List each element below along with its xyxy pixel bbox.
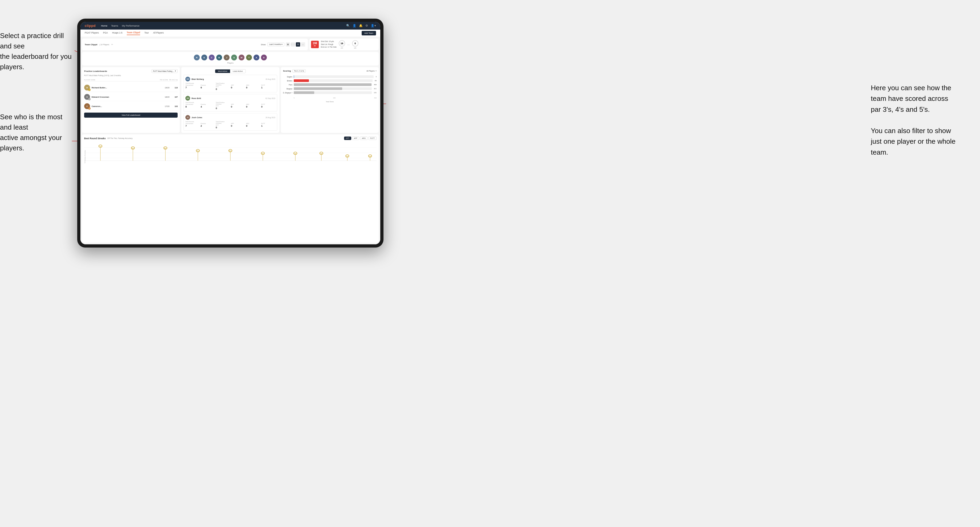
view-leaderboard-button[interactable]: View Full Leaderboard: [84, 113, 178, 117]
streaks-header: Best Round Streaks Off The Tee, Fairway …: [84, 137, 377, 140]
avatar-5[interactable]: J: [224, 55, 229, 60]
edit-icon[interactable]: ✏: [111, 43, 113, 46]
leaderboard-row-3[interactable]: C 3 Cameron... 17/20 103: [84, 102, 178, 110]
nav-logo: clippd: [85, 24, 95, 28]
rank-avatar-1: R 1: [84, 85, 90, 90]
avatar-icon[interactable]: 👤▾: [371, 24, 376, 27]
most-active-panel: Most Active Least Active BM Blair McHarg…: [181, 67, 279, 133]
sub-nav: PGAT Players PGA Hcaps 1-5 Team Clippd T…: [80, 30, 380, 37]
player-name-1: Richard Butler...: [92, 86, 163, 89]
stats-row-1: Total Rounds Tournament 7 . Practice 6 T…: [185, 83, 275, 90]
avatar-1[interactable]: R: [194, 55, 200, 60]
scoring-players-chevron[interactable]: ▾: [375, 70, 377, 72]
show-label: Show:: [261, 44, 266, 46]
view-filter-button[interactable]: ⫶: [301, 42, 305, 46]
stat-tournament-2: Total Rounds Tournament 8: [185, 102, 199, 110]
bar-container-dbogeys: [294, 91, 372, 94]
team-count: | 14 Players: [99, 44, 109, 46]
avatar-9[interactable]: A: [253, 55, 259, 60]
line-chart-svg: 7x 6x 6x 5x: [84, 142, 377, 163]
sub-nav-pga[interactable]: PGA: [103, 32, 108, 35]
filter-app[interactable]: APP: [352, 137, 359, 140]
avatar-6[interactable]: S: [231, 55, 237, 60]
player-name-3: Cameron...: [92, 105, 163, 108]
nav-link-home[interactable]: Home: [101, 24, 107, 27]
streaks-subtitle: Off The Tee, Fairway Accuracy: [107, 137, 133, 139]
leaderboard-row-2[interactable]: E 2 Edward Crossman 18/20 107: [84, 93, 178, 101]
active-avatar-1: BM: [185, 77, 190, 81]
line-chart-area: 7x 6x 6x 5x: [84, 142, 377, 163]
filter-ott[interactable]: OTT: [344, 137, 351, 140]
sub-nav-pgat[interactable]: PGAT Players: [85, 32, 99, 35]
rank-badge-1: 1: [88, 89, 91, 91]
scoring-par-filter[interactable]: Par 3, 4 & 5s: [293, 69, 306, 73]
person-icon[interactable]: 👤: [353, 24, 356, 27]
stat-putt-1: . PUTT 1: [261, 83, 275, 90]
avatar-8[interactable]: T: [246, 55, 252, 60]
nav-link-performance[interactable]: My Performance: [122, 24, 140, 27]
svg-text:3x: 3x: [369, 156, 371, 157]
sub-nav-all-players[interactable]: All Players: [153, 32, 164, 35]
svg-text:6x: 6x: [165, 148, 167, 149]
bar-container-bogeys: [294, 87, 372, 90]
score-card: 198 SC Shot Dist: 16 yds Start Lie: Roug…: [309, 39, 379, 50]
leaderboard-dropdown[interactable]: PUTT Must Make Putting ... ▾: [151, 69, 178, 73]
stat-ott-2: Total Practice Activities OTT 0: [216, 102, 230, 110]
sub-nav-team-clippd[interactable]: Team Clippd: [127, 31, 140, 35]
all-players-label: All Players: [366, 70, 375, 72]
rank-badge-2: 2: [88, 98, 91, 100]
view-grid3-button[interactable]: ⋮⋮⋮: [291, 42, 295, 46]
distance-circle-2: 0: [352, 40, 358, 46]
view-icons: ▦ ⋮⋮⋮ ☰ ⫶: [286, 42, 305, 46]
active-player-card-2: RB Rees Britt 02 Sep 2023 Total Rounds T…: [183, 94, 277, 111]
add-team-button[interactable]: Add Team: [362, 31, 376, 35]
nav-link-teams[interactable]: Teams: [111, 24, 118, 27]
leaderboard-panel: Practice Leaderboards PUTT Must Make Put…: [82, 67, 180, 133]
active-toggle: Most Active Least Active: [215, 69, 246, 73]
streaks-title: Best Round Streaks: [84, 137, 106, 140]
most-active-button[interactable]: Most Active: [215, 70, 230, 73]
view-list-button[interactable]: ☰: [296, 42, 300, 46]
settings-icon[interactable]: ⚙: [365, 24, 368, 27]
leaderboard-title: Practice Leaderboards: [84, 70, 107, 72]
annotation-top-left: Select a practice drill and seethe leade…: [0, 30, 75, 72]
bar-eagles: Eagles 3: [283, 75, 377, 78]
leaderboard-row-1[interactable]: R 1 Richard Butler... 19/20 110: [84, 84, 178, 92]
stat-practice-1: . Practice 6: [200, 83, 215, 90]
player-score-1: 19/20: [165, 87, 170, 89]
avatar-3[interactable]: C: [209, 55, 215, 60]
avatar-4[interactable]: B: [216, 55, 222, 60]
avatar-2[interactable]: E: [201, 55, 207, 60]
least-active-button[interactable]: Least Active: [230, 70, 245, 73]
svg-text:3x: 3x: [347, 156, 348, 157]
active-player-header-3: JC Josh Coles 26 Aug 2023: [185, 115, 275, 120]
svg-text:6x: 6x: [132, 148, 134, 149]
filter-arg[interactable]: ARG: [360, 137, 368, 140]
sub-nav-hcaps[interactable]: Hcaps 1-5: [112, 32, 123, 35]
bell-icon[interactable]: 🔔: [359, 24, 363, 27]
sub-nav-tour[interactable]: Tour: [144, 32, 149, 35]
bar-value-dbogeys: 131: [374, 92, 377, 94]
active-avatar-2: RB: [185, 96, 190, 101]
search-icon[interactable]: 🔍: [346, 24, 350, 27]
chart-axis: 0 200 400: [283, 97, 377, 99]
three-columns: Practice Leaderboards PUTT Must Make Put…: [82, 67, 379, 133]
view-grid2-button[interactable]: ▦: [286, 42, 290, 46]
stat-app-1: . APP 0: [231, 83, 245, 90]
leaderboard-table-header: PLAYER NAME PB SCORE PB AVG SQ: [84, 78, 178, 81]
col-pb-score: PB SCORE: [160, 79, 168, 81]
nav-icons: 🔍 👤 🔔 ⚙ 👤▾: [346, 24, 376, 27]
active-player-date-3: 26 Aug 2023: [266, 117, 275, 119]
bar-value-pars: 499: [374, 84, 377, 86]
filter-putt[interactable]: PUTT: [368, 137, 377, 140]
avatar-10[interactable]: D: [261, 55, 267, 60]
show-dropdown[interactable]: Last 3 months ▾: [267, 43, 285, 46]
streaks-section: Best Round Streaks Off The Tee, Fairway …: [82, 135, 379, 243]
avatar-7[interactable]: M: [239, 55, 245, 60]
bar-fill-eagles: [294, 75, 294, 78]
score-display: 198 SC: [311, 41, 319, 48]
bar-value-eagles: 3: [376, 76, 377, 78]
player-score-3: 17/20: [165, 105, 170, 107]
bar-container-eagles: [294, 75, 374, 78]
bar-label-bogeys: Bogeys: [283, 88, 293, 90]
